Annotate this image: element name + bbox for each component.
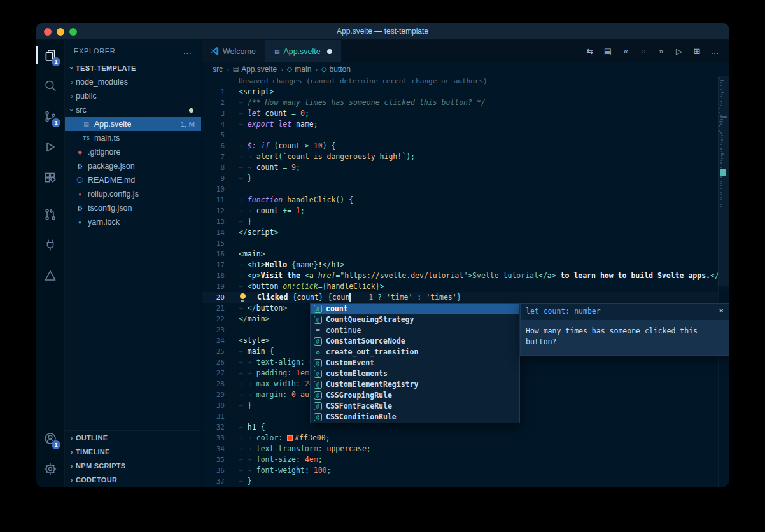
code-line[interactable]: 5 [202,130,729,141]
folder-row-src[interactable]: ›src [65,103,201,117]
suggestion-item[interactable]: @customElements [311,368,519,379]
chevron-right-icon: › [68,476,76,484]
code-line[interactable]: 7→ → alert(`count is dangerously high!`)… [202,151,729,162]
suggestion-item[interactable]: @CustomEvent [311,358,519,368]
open-preview-icon[interactable]: ▤ [600,46,615,56]
compare-changes-icon[interactable]: ⇆ [582,46,598,56]
code-line[interactable]: 36→ → font-weight: 100; [202,465,729,476]
panel-codetour[interactable]: ›CODETOUR [65,473,201,487]
code-line[interactable]: 15 [202,238,729,249]
source-control-icon[interactable]: 1 [36,101,64,132]
lightbulb-icon[interactable] [239,293,257,302]
code-line[interactable]: 18→ <p>Visit the <a href="https://svelte… [202,270,729,281]
more-actions-icon[interactable]: … [707,46,722,56]
zoom-button[interactable] [69,28,77,36]
code-line[interactable]: 8→ → count = 9; [202,162,729,173]
code-line[interactable]: 11→ function handleClick() { [202,195,729,206]
code-line[interactable]: 33→ → color: #ff3e00; [202,433,729,444]
line-number: 22 [202,314,225,325]
code-line[interactable]: 10 [202,184,729,195]
suggestion-item[interactable]: ≡continue [311,325,519,336]
remote-explorer-icon[interactable] [36,230,64,260]
panel-outline[interactable]: ›OUTLINE [65,431,201,445]
activity-bar: 1 1 [36,40,65,487]
breadcrumb-main[interactable]: ◇main [287,65,311,74]
suggestion-item[interactable]: @CSSFontFaceRule [311,401,519,412]
code-line[interactable]: 3→ let count = 0; [202,108,729,119]
code-line[interactable]: 16<main> [202,249,729,260]
more-actions-icon[interactable]: … [183,46,192,56]
close-icon[interactable]: × [719,306,724,314]
breadcrumb-app-svelte[interactable]: ▤App.svelte [233,65,277,74]
suggestion-item[interactable]: @CSSGroupingRule [311,390,519,401]
panel-npm-scripts[interactable]: ›NPM SCRIPTS [65,459,201,473]
suggestion-label: CountQueuingStrategy [326,314,414,325]
code-line[interactable]: 1<script> [202,87,729,97]
folder-row-public[interactable]: ›public [65,89,201,103]
vscode-window: App.svelte — test-template 1 1 [36,23,729,487]
file-row-main-ts[interactable]: TSmain.ts [65,131,201,145]
code-line[interactable]: 12→ → count += 1; [202,206,729,216]
unsaved-dot-icon[interactable] [327,49,332,54]
file-row-package-json[interactable]: {}package.json [65,159,201,173]
code-line[interactable]: 4→ export let name; [202,119,729,130]
code-line[interactable]: 17→ <h1>Hello {name}!</h1> [202,260,729,270]
tour-previous-icon[interactable]: « [618,46,633,56]
tour-record-icon[interactable]: ○ [636,46,651,56]
line-number: 27 [202,368,225,379]
code-line[interactable]: 32→ h1 { [202,422,729,433]
file-row-readme-md[interactable]: ⓘREADME.md [65,173,201,187]
file-row-gitignore[interactable]: ◆.gitignore [65,145,201,159]
file-row-rollup-config-js[interactable]: ●rollup.config.js [65,187,201,201]
run-file-icon[interactable]: ▷ [671,46,687,56]
suggestion-item[interactable]: xcount [311,304,519,314]
search-icon[interactable] [36,71,64,101]
suggestion-item[interactable]: @CSSConditionRule [311,412,519,423]
code-line[interactable]: 35→ → font-size: 4em; [202,454,729,465]
minimize-button[interactable] [57,28,64,36]
extensions-icon[interactable] [36,162,64,193]
accounts-icon[interactable]: 1 [36,423,64,454]
settings-gear-icon[interactable] [36,454,64,484]
explorer-icon[interactable]: 1 [36,40,64,71]
split-editor-icon[interactable]: ⊞ [689,46,705,56]
line-number: 31 [202,411,225,422]
code-editor[interactable]: Unsaved changes (cannot determine recent… [202,76,729,487]
code-line[interactable]: 37→ } [202,476,729,487]
breadcrumb-label: button [329,65,350,74]
chevron-down-icon: › [68,106,76,114]
suggestion-item[interactable]: @ConstantSourceNode [311,336,519,347]
suggestion-item[interactable]: @CustomElementRegistry [311,379,519,390]
breadcrumb-button[interactable]: ◇button [321,65,351,74]
code-line[interactable]: 14</script> [202,227,729,238]
code-line[interactable]: 19→ <button on:click={handleClick}> [202,281,729,292]
folder-row-node-modules[interactable]: ›node_modules [65,75,201,89]
json-file-icon: {} [74,163,85,169]
run-debug-icon[interactable] [36,132,64,162]
file-row-yarn-lock[interactable]: ●yarn.lock [65,215,201,229]
gitlens-blame-annotation: Unsaved changes (cannot determine recent… [202,76,729,87]
item-label: yarn.lock [88,218,120,227]
breadcrumb-src[interactable]: src [213,65,223,74]
file-row-tsconfig-json[interactable]: {}tsconfig.json [65,201,201,215]
code-line[interactable]: 9→ } [202,173,729,184]
github-pull-request-icon[interactable] [36,199,64,230]
tab-welcome[interactable]: Welcome [202,40,265,62]
azure-icon[interactable] [36,260,64,291]
project-section-header[interactable]: › TEST-TEMPLATE [65,61,201,75]
suggestion-item[interactable]: ◇create_out_transition [311,347,519,358]
code-line[interactable]: 34→ → text-transform: uppercase; [202,444,729,454]
code-line[interactable]: 13→ } [202,216,729,227]
line-number: 34 [202,444,225,454]
suggestion-item[interactable]: @CountQueuingStrategy [311,314,519,325]
tour-next-icon[interactable]: » [654,46,669,56]
tab-app-svelte[interactable]: ▤ App.svelte [265,40,342,62]
file-row-app-svelte[interactable]: ▤App.svelte1, M [65,117,201,131]
code-line[interactable]: 2→ /** How many times has someone clicke… [202,97,729,108]
code-line[interactable]: 6→ $: if (count ≥ 10) { [202,141,729,151]
close-button[interactable] [44,28,52,36]
panel-timeline[interactable]: ›TIMELINE [65,445,201,459]
minimap-slider[interactable] [718,76,729,286]
code-line[interactable]: 20Clicked {count} {coun == 1 ? 'time' : … [202,292,729,303]
accounts-badge: 1 [52,440,60,449]
